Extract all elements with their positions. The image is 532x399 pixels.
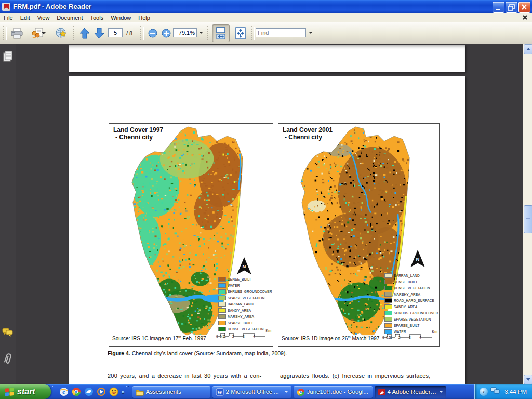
legend-swatch (218, 308, 226, 313)
legend-label: DENSE_BUILT (228, 277, 251, 281)
legend-swatch (384, 273, 392, 278)
quicklaunch-messenger-icon[interactable] (84, 387, 94, 397)
map-source-1997: Source: IRS 1C image on 17th Feb. 1997 (112, 335, 208, 341)
map-title-2001: Land Cover 2001 - Chenni city (283, 126, 332, 141)
page-number-input[interactable] (108, 28, 123, 37)
attachments-panel-icon[interactable] (2, 351, 14, 369)
page-total-label: / 8 (126, 30, 132, 36)
toolbar-grip[interactable] (207, 26, 210, 40)
svg-text:N: N (243, 263, 246, 269)
menu-window[interactable]: Window (107, 14, 135, 22)
zoom-level-value[interactable]: 79.1% (173, 28, 197, 37)
north-arrow-icon: N (409, 249, 426, 270)
taskbar-button-acrobat[interactable]: 4 Adobe Reader 9.5 (375, 386, 446, 398)
document-close-icon[interactable] (522, 14, 529, 21)
legend-swatch (218, 302, 226, 307)
legend-label: ROAD_HARD_SURFACE (394, 299, 434, 302)
find-input[interactable] (256, 28, 306, 37)
pdf-page-5: Land Cover 1997 - Chenni city N DENSE_BU… (69, 76, 465, 384)
scroll-down-icon[interactable] (524, 375, 532, 384)
quicklaunch-chrome-icon[interactable] (71, 387, 82, 397)
legend-label: DENSE_BUILT (394, 280, 418, 284)
legend-item: BARRAN_LAND (384, 273, 438, 278)
menu-tools[interactable]: Tools (87, 14, 108, 22)
fit-page-button[interactable] (232, 24, 249, 42)
svg-text:e: e (62, 388, 65, 395)
legend-label: BARRAN_LAND (228, 302, 254, 306)
taskbar-button-word[interactable]: W2 Microsoft Office ... (212, 386, 291, 398)
chrome-icon (297, 388, 305, 396)
taskbar-button-chrome[interactable]: June10H.doc - Googl... (294, 386, 373, 398)
window-title: FRM.pdf - Adobe Reader (13, 3, 91, 10)
menu-document[interactable]: Document (53, 14, 86, 22)
zoom-out-button[interactable] (145, 24, 160, 42)
legend-swatch (384, 298, 392, 303)
network-tray-icon[interactable] (490, 387, 500, 397)
window-titlebar: FRM.pdf - Adobe Reader (0, 0, 532, 13)
figure-caption: Figure 4. Chennai city’s land-cover (Sou… (108, 350, 287, 356)
legend-swatch (384, 280, 392, 284)
scrolling-mode-button[interactable] (212, 24, 230, 42)
scale-tick-label: 1 (224, 335, 226, 338)
legend-swatch (384, 323, 392, 328)
collaborate-button[interactable] (52, 24, 71, 42)
print-button[interactable] (8, 24, 26, 42)
toolbar-grip[interactable] (251, 26, 255, 40)
scale-tick-label: 0 (216, 335, 218, 338)
legend-label: SPARSE VEGETATION (394, 317, 431, 321)
vertical-scrollbar[interactable] (523, 44, 532, 384)
toolbar-grip[interactable] (73, 26, 76, 40)
start-button[interactable]: start (0, 384, 51, 399)
scrollbar-thumb[interactable] (524, 205, 532, 233)
find-dropdown-icon[interactable] (307, 24, 314, 41)
north-arrow-icon: N (236, 257, 252, 277)
scale-tick-label: 1 (390, 336, 392, 339)
close-button[interactable] (518, 2, 530, 13)
pages-panel-icon[interactable] (2, 50, 14, 65)
svg-text:W: W (217, 389, 222, 395)
legend-swatch (218, 296, 226, 300)
zoom-in-button[interactable] (159, 24, 174, 42)
scale-tick-label: 3 (409, 336, 411, 339)
zoom-dropdown-icon[interactable] (197, 24, 205, 41)
menu-view[interactable]: View (34, 14, 54, 22)
legend-label: MARSHY_AREA (228, 315, 254, 318)
legend-item: SPARSE_BUILT (218, 321, 272, 325)
email-share-button[interactable] (27, 24, 48, 42)
taskbar-button-folder[interactable]: Assessments (132, 386, 210, 398)
quicklaunch-internet-explorer-icon[interactable]: e (59, 387, 69, 397)
legend-label: MARSHY_AREA (394, 292, 420, 296)
maximize-button[interactable] (506, 2, 517, 13)
menu-edit[interactable]: Edit (17, 14, 34, 22)
scroll-up-icon[interactable] (524, 44, 532, 54)
toolbar-grip[interactable] (140, 26, 144, 40)
task-button-dropdown-icon[interactable] (284, 391, 288, 393)
toolbar-grip[interactable] (3, 26, 7, 40)
quicklaunch-yahoo-messenger-icon[interactable] (109, 387, 119, 397)
clock: 3:44 PM (502, 389, 527, 395)
legend-label: SHRUBS_GROUNDCOVER (228, 290, 272, 294)
legend-label: SPARSE_BUILT (228, 321, 253, 325)
taskbar-separator (52, 386, 55, 397)
minimize-button[interactable] (493, 2, 504, 13)
comments-panel-icon[interactable] (2, 326, 14, 340)
menu-bar: FileEditViewDocumentToolsWindowHelp (0, 13, 532, 23)
system-tray: ‹ 3:44 PM (474, 384, 532, 399)
taskbar-separator (126, 386, 129, 397)
legend-swatch (384, 292, 392, 297)
menu-help[interactable]: Help (135, 14, 154, 22)
task-button-dropdown-icon[interactable] (439, 391, 443, 393)
task-button-label: Assessments (146, 389, 181, 395)
previous-page-button[interactable] (77, 24, 92, 42)
quicklaunch-overflow-icon[interactable]: » (122, 389, 125, 395)
menu-file[interactable]: File (0, 14, 17, 22)
email-dropdown-icon[interactable] (40, 25, 47, 42)
tray-collapse-icon[interactable]: ‹ (480, 388, 488, 396)
pdf-page-4 (69, 45, 465, 72)
legend-swatch (384, 304, 392, 309)
quicklaunch-media-player-icon[interactable] (96, 387, 107, 397)
quick-launch-bar: e (57, 387, 121, 397)
folder-icon (136, 388, 144, 396)
next-page-button[interactable] (91, 24, 107, 42)
scale-tick-label: 2 (232, 335, 234, 338)
